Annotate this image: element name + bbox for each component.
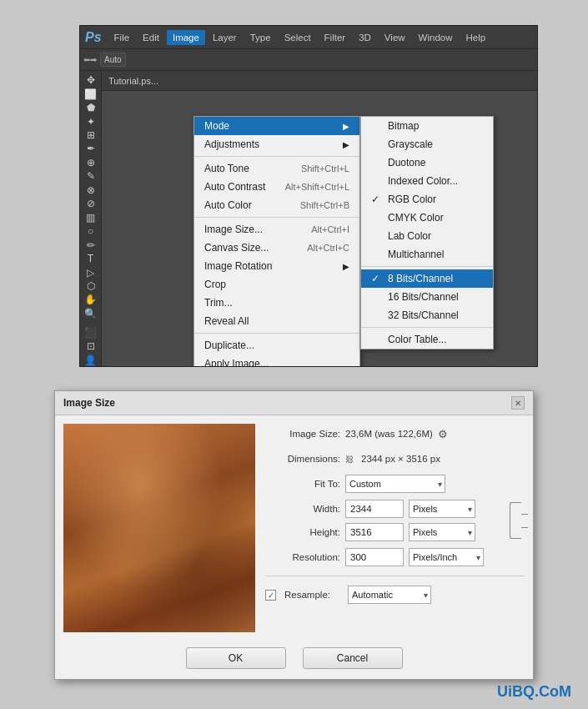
pen-tool[interactable]: ✏ [83,239,99,250]
imagerotation-label: Image Rotation [204,260,272,272]
resample-select[interactable]: Automatic [348,586,431,604]
resolution-unit-wrapper: Pixels/Inch [409,548,484,566]
subitem-rgbcolor[interactable]: ✓ RGB Color [361,190,493,209]
path-tool[interactable]: ▷ [83,266,99,278]
healing-tool[interactable]: ⊕ [83,157,99,168]
subitem-bitmap[interactable]: Bitmap [361,117,493,135]
subitem-8bits[interactable]: ✓ 8 Bits/Channel [361,269,493,288]
lasso-tool[interactable]: ⬟ [83,102,99,113]
menu-item-imagesize[interactable]: Image Size... Alt+Ctrl+I [194,220,359,239]
menu-window[interactable]: Window [413,30,459,45]
move-tool[interactable]: ✥ [83,74,99,86]
settings-gear-icon[interactable]: ⚙ [438,428,448,440]
separator-1 [194,156,359,157]
lab-label: Lab Color [388,230,431,242]
fitto-row: Fit To: Custom [265,474,525,494]
autotone-shortcut: Shift+Ctrl+L [301,163,349,173]
subitem-grayscale[interactable]: Grayscale [361,135,493,153]
ok-button[interactable]: OK [186,647,286,669]
document-tab[interactable]: Tutorial.ps... [108,76,158,86]
shape-tool[interactable]: ⬡ [83,280,99,292]
text-tool[interactable]: T [83,253,99,264]
fitto-select[interactable]: Custom [345,475,445,493]
gradient-tool[interactable]: ▥ [83,212,99,224]
ps-logo: Ps [85,30,102,45]
height-input[interactable] [345,523,404,541]
menu-view[interactable]: View [379,30,411,45]
menu-filter[interactable]: Filter [319,30,352,45]
marquee-tool[interactable]: ⬜ [83,88,99,99]
resample-checkbox[interactable]: ✓ [265,590,276,601]
document-tab-bar: Tutorial.ps... [102,71,537,91]
menu-help[interactable]: Help [460,30,491,45]
wand-tool[interactable]: ✦ [83,115,99,127]
image-dropdown-menu: Mode ▶ Adjustments ▶ Auto Tone Shift+Ctr… [193,116,360,366]
bitmap-label: Bitmap [388,120,419,132]
subitem-multichannel[interactable]: Multichannel [361,245,493,264]
fg-bg-colors[interactable]: ⬛ [83,327,99,339]
menu-item-revealall[interactable]: Reveal All [194,312,359,330]
menu-layer[interactable]: Layer [207,30,243,45]
width-unit-select[interactable]: Pixels [409,500,475,518]
photoshop-window: Ps File Edit Image Layer Type Select Fil… [79,25,538,367]
auto-button[interactable]: Auto [100,53,126,67]
height-unit-select[interactable]: Pixels [409,523,475,541]
dimensions-form-value: 2344 px × 3516 px [361,454,440,464]
zoom-tool[interactable]: 🔍 [83,308,99,319]
dialog-buttons: OK Cancel [55,641,533,679]
stamp-tool[interactable]: ⊗ [83,184,99,196]
menu-item-mode[interactable]: Mode ▶ [194,117,359,135]
person-tool[interactable]: 👤 [83,354,99,365]
dialog-body: Image Size: 23,6M (was 122,6M) ⚙ Dimensi… [55,415,533,641]
menu-item-autotone[interactable]: Auto Tone Shift+Ctrl+L [194,159,359,178]
mask-mode[interactable]: ⊡ [83,340,99,352]
subitem-16bits[interactable]: 16 Bits/Channel [361,288,493,306]
width-row: Width: Pixels [265,499,506,519]
height-unit-wrapper: Pixels [409,523,475,541]
menu-item-crop[interactable]: Crop [194,275,359,294]
subitem-labcolor[interactable]: Lab Color [361,227,493,245]
subitem-32bits[interactable]: 32 Bits/Channel [361,306,493,324]
menu-image[interactable]: Image [167,30,205,45]
menu-item-autocontrast[interactable]: Auto Contrast Alt+Shift+Ctrl+L [194,178,359,196]
adjustments-arrow: ▶ [343,140,349,149]
resolution-unit-select[interactable]: Pixels/Inch [409,548,484,566]
width-input[interactable] [345,500,404,518]
image-menu-panel: Mode ▶ Adjustments ▶ Auto Tone Shift+Ctr… [193,116,360,366]
subitem-duotone[interactable]: Duotone [361,153,493,172]
colortable-label: Color Table... [388,334,446,345]
subitem-cmykcolor[interactable]: CMYK Color [361,209,493,227]
subitem-indexedcolor[interactable]: Indexed Color... [361,172,493,190]
separator-3 [194,333,359,334]
menu-item-imagerotation[interactable]: Image Rotation ▶ [194,257,359,275]
imagesize-row: Image Size: 23,6M (was 122,6M) ⚙ [265,424,525,444]
menu-item-adjustments[interactable]: Adjustments ▶ [194,135,359,153]
menu-type[interactable]: Type [244,30,277,45]
crop-tool[interactable]: ⊞ [83,129,99,141]
menu-item-autocolor[interactable]: Auto Color Shift+Ctrl+B [194,196,359,214]
menu-item-trim[interactable]: Trim... [194,294,359,312]
cancel-button[interactable]: Cancel [303,647,403,669]
menu-item-canvassize[interactable]: Canvas Size... Alt+Ctrl+C [194,239,359,257]
dodge-tool[interactable]: ○ [83,225,99,237]
eraser-tool[interactable]: ⊘ [83,198,99,209]
fitto-select-wrapper: Custom [345,475,445,493]
menu-item-duplicate[interactable]: Duplicate... [194,336,359,354]
brush-tool[interactable]: ✎ [83,170,99,182]
resolution-input[interactable] [345,548,404,566]
toolbar-arrows: ⬅➡ [83,55,97,64]
menu-file[interactable]: File [108,30,136,45]
subitem-colortable[interactable]: Color Table... [361,330,493,349]
menu-select[interactable]: Select [279,30,317,45]
menu-item-applyimage[interactable]: Apply Image... [194,354,359,366]
menu-3d[interactable]: 3D [353,30,377,45]
rgb-label: RGB Color [388,194,436,205]
eyedropper-tool[interactable]: ✒ [83,143,99,154]
hand-tool[interactable]: ✋ [83,294,99,305]
preview-canvas [63,424,255,632]
dialog-close-button[interactable]: ✕ [511,396,525,410]
watermark: UiBQ.CoM [497,683,571,701]
menu-edit[interactable]: Edit [137,30,165,45]
8bits-check: ✓ [371,273,383,284]
height-row: Height: Pixels [265,522,506,542]
